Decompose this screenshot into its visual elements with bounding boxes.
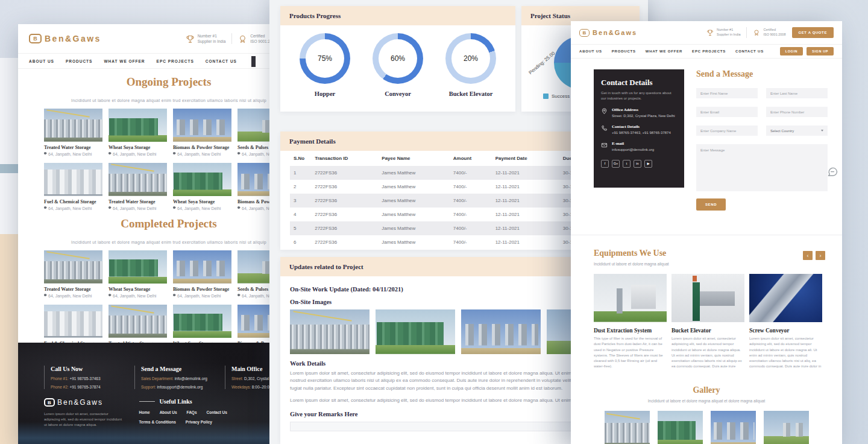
donut-chart: 20% <box>445 33 496 84</box>
last-name-input[interactable] <box>766 88 828 98</box>
footer-link-contact[interactable]: Contact Us <box>207 410 227 414</box>
gallery-photo <box>711 411 756 444</box>
nav-epc-projects[interactable]: EPC PROJECTS <box>692 49 726 53</box>
equipment-card[interactable]: Screw Conveyor Lorem ipsum dolor sit ame… <box>749 274 822 370</box>
equipments-section: Equipments We Use Incididunt ut labore e… <box>571 235 842 370</box>
gallery-card[interactable]: Wheat Soya Storage 64, Janpath, New Delh… <box>658 411 703 444</box>
onsite-photo[interactable] <box>461 309 541 354</box>
nav-what-we-offer[interactable]: WHAT WE OFFER <box>646 49 682 53</box>
gallery-card[interactable]: Biomass & Powder Storage 64, Janpath, Ne… <box>711 411 756 444</box>
nav-products[interactable]: PRODUCTS <box>66 59 92 63</box>
nav-contact-us[interactable]: CONTACT US <box>735 49 764 53</box>
email-input[interactable] <box>696 107 758 117</box>
project-card[interactable]: Wheat Soya Storage 64, Janpath, New Delh… <box>173 305 231 343</box>
nav-epc-projects[interactable]: EPC PROJECTS <box>157 59 194 63</box>
certificate-icon <box>753 29 760 36</box>
project-card[interactable]: Treated Water Storage 64, Janpath, New D… <box>44 109 102 156</box>
backdrop-peach-block <box>0 234 18 444</box>
brand-name: Ben&Gaws <box>593 29 637 36</box>
footer-brand: B Ben&Gaws Lorem ipsum dolor sit amet, c… <box>44 398 133 428</box>
project-card[interactable]: Treated Water Storage 64, Janpath, New D… <box>108 305 167 343</box>
message-textarea[interactable] <box>696 144 828 191</box>
equipment-card-title: Bucket Elevator <box>671 328 744 334</box>
carousel-next-button[interactable]: › <box>816 251 825 260</box>
project-card[interactable]: Seeds & Pulses Storage 64, Janpath, New … <box>237 109 269 156</box>
project-card-title: Treated Water Storage <box>44 145 102 150</box>
nav-contact-us[interactable]: CONTACT US <box>206 59 237 63</box>
email-label: E-mail <box>612 141 654 146</box>
gallery-subtitle: Incididunt ut labore et dolore magna ali… <box>571 399 842 403</box>
footer-link-about[interactable]: About Us <box>160 410 177 414</box>
brand-logo[interactable]: B Ben&Gaws <box>29 34 101 43</box>
project-card-title: Treated Water Storage <box>108 199 167 205</box>
first-name-input[interactable] <box>696 88 758 98</box>
brand-logo-icon: B <box>579 29 590 37</box>
google-plus-icon[interactable]: G+ <box>612 160 620 168</box>
project-card[interactable]: Fuel & Chemical Storage 64, Janpath, New… <box>44 305 102 343</box>
project-card[interactable]: Seeds & Pulses Storage 64, Janpath, New … <box>237 250 269 298</box>
project-photo <box>44 250 102 284</box>
office-address-value: Street: D,302, Crystal Plaza, New Delhi <box>612 113 675 119</box>
project-card[interactable]: Treated Water Storage 64, Janpath, New D… <box>108 163 167 211</box>
email-value: infosupport@demolink.org <box>612 147 654 153</box>
location-pin-icon <box>43 293 47 297</box>
project-card[interactable]: Biomass & Powder Storage 64, Janpath, Ne… <box>237 305 269 343</box>
gallery-card[interactable]: Seeds & Pulses Storage 64, Janpath, New … <box>764 411 809 444</box>
footer-link-home[interactable]: Home <box>139 410 150 414</box>
project-card-location: 64, Janpath, New Delhi <box>108 206 167 211</box>
footer-street: Street: D,302, Crystal Plaza, New Delhi <box>231 376 269 381</box>
nav-about-us[interactable]: ABOUT US <box>29 59 54 63</box>
supplier-badge: Number #1Supplier in India <box>706 28 740 37</box>
country-select[interactable]: Select Country <box>766 125 828 136</box>
cropped-nav-button <box>251 56 256 67</box>
donut-value: 20% <box>464 54 478 63</box>
nav-about-us[interactable]: ABOUT US <box>579 49 602 53</box>
project-card[interactable]: Treated Water Storage 64, Janpath, New D… <box>44 250 102 298</box>
twitter-icon[interactable]: t <box>623 160 631 168</box>
nav-products[interactable]: PRODUCTS <box>612 49 636 53</box>
certified-badge: CertifiedISO 9001:2008 <box>238 33 269 44</box>
send-button[interactable]: SEND <box>696 198 726 211</box>
donut-chart: 60% <box>373 33 423 84</box>
footer-link-terms[interactable]: Terms & Conditions <box>139 420 176 424</box>
linkedin-icon[interactable]: in <box>634 160 641 168</box>
phone-input[interactable] <box>766 107 828 117</box>
onsite-photo[interactable] <box>290 309 370 354</box>
gallery-title: Gallery <box>571 385 842 395</box>
footer-link-privacy[interactable]: Privacy Policy <box>186 420 212 424</box>
completed-projects-subtitle: Incididunt ut labore et dolore magna ali… <box>18 240 269 244</box>
location-pin-icon <box>172 206 176 209</box>
company-input[interactable] <box>696 125 758 136</box>
project-card-location: 64, Janpath, New Delhi <box>44 206 102 211</box>
project-card[interactable]: Biomass & Powder Storage 64, Janpath, Ne… <box>173 109 231 156</box>
main-nav: ABOUT US PRODUCTS WHAT WE OFFER EPC PROJ… <box>18 53 269 69</box>
project-card-title: Seeds & Pulses Storage <box>237 145 269 150</box>
project-card[interactable]: Wheat Soya Storage 64, Janpath, New Delh… <box>108 250 167 298</box>
location-pin-icon <box>237 293 241 297</box>
chat-bubble-icon[interactable] <box>826 166 838 178</box>
project-card[interactable]: Wheat Soya Storage 64, Janpath, New Delh… <box>108 109 167 156</box>
project-card[interactable]: Wheat Soya Storage 64, Janpath, New Delh… <box>173 163 231 211</box>
project-card[interactable]: Fuel & Chemical Storage 64, Janpath, New… <box>44 163 102 211</box>
login-button[interactable]: LOGIN <box>780 47 803 56</box>
equipment-card[interactable]: Bucket Elevator Lorem ipsum dolor sit am… <box>671 274 744 370</box>
brand-logo[interactable]: B Ben&Gaws <box>579 29 637 37</box>
supplier-badge-text: Number #1Supplier in India <box>717 28 740 37</box>
get-a-quote-button[interactable]: GET A QUOTE <box>792 27 834 38</box>
gallery-card[interactable]: Treated Water Storage 64, Janpath, New D… <box>605 411 650 444</box>
onsite-photo[interactable] <box>376 309 455 354</box>
project-card[interactable]: Biomass & Powder Storage 64, Janpath, Ne… <box>173 250 231 298</box>
facebook-icon[interactable]: f <box>601 160 609 168</box>
project-card[interactable]: Biomass & Powder Storage 64, Janpath, Ne… <box>237 163 269 211</box>
signup-button[interactable]: SIGN UP <box>807 47 834 56</box>
footer-link-faqs[interactable]: FAQs <box>187 410 197 414</box>
location-pin-icon <box>108 293 112 297</box>
project-card-title: Biomass & Powder Storage <box>237 199 269 205</box>
youtube-icon[interactable]: ▶ <box>644 160 652 168</box>
equipment-card[interactable]: Dust Extraction System This type of filt… <box>594 274 667 370</box>
nav-what-we-offer[interactable]: WHAT WE OFFER <box>104 59 145 63</box>
project-photo <box>108 305 167 338</box>
carousel-prev-button[interactable]: ‹ <box>803 251 813 260</box>
footer-logo[interactable]: B Ben&Gaws <box>44 398 133 407</box>
projects-page: B Ben&Gaws Number #1Supplier in India <box>18 24 269 343</box>
